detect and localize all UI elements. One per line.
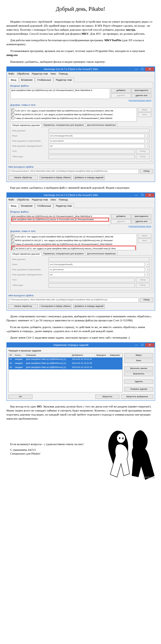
job-disable-button[interactable]: Выключить [124,372,153,376]
track-down-button[interactable]: вниз [138,112,151,117]
input-files-list[interactable]: [anti-raws]Mirai Nikki ep.01[BDRemux].mk… [10,88,110,99]
maximize-icon[interactable]: ☐ [139,343,145,347]
track-forced-select[interactable]: нет [49,273,145,277]
track-name-input[interactable] [49,129,149,133]
input-file-item-highlighted[interactable]: [anti-raws]Mirai Nikki ep.01[BDRemux].ma… [11,218,109,221]
tags-browse-button[interactable]: Обзор [136,278,149,282]
col-desc[interactable]: Описание [25,353,71,357]
tab-chapter-editor[interactable]: Редактор глав [53,78,74,82]
track-checkbox[interactable] [11,116,14,119]
maximize-icon[interactable]: ☐ [139,193,145,197]
col-added[interactable]: Добавлено [71,353,95,357]
job-start-selected-button[interactable]: Запустить выбранное [121,395,153,399]
track-default-select[interactable]: по умолчанию [49,268,145,272]
output-file-input[interactable]: E:\Фильмы\Аниме\Z_Mirai Nikki\Mirai Nikk… [8,298,139,302]
track-checkbox[interactable] [11,238,14,241]
job-delete-button[interactable]: Удалить [124,379,153,384]
track-item[interactable]: MPEG-4p10/AVC/h.264 (ID 1, тип: видео) и… [11,238,136,242]
track-item[interactable]: MPEG-4p10/AVC/h.264 (ID 1, тип: видео) и… [11,112,136,116]
menu-file[interactable]: Файл [8,198,14,201]
track-checkbox[interactable] [11,112,14,115]
additional-parts-link[interactable]: дополнительные части [111,99,151,102]
menu-process[interactable]: Обработка [17,72,29,75]
menu-chapters[interactable]: Редактор глав [32,72,48,75]
close-icon[interactable]: ✕ [145,343,154,347]
jobs-table[interactable]: ID Состо... Описание Добавлено Запущено … [8,353,123,392]
tab-attachments[interactable]: Вложения [19,78,35,82]
subtab-format[interactable]: Параметры, специфичные для формата [41,123,85,127]
minimize-icon[interactable]: — [133,343,139,347]
tab-input[interactable]: Ввод [8,78,19,82]
track-timecodes-input[interactable] [49,283,135,288]
track-timecodes-input[interactable] [49,155,135,159]
minimize-icon[interactable]: — [133,67,139,71]
add-file-button[interactable]: добавить [111,214,131,219]
add-to-queue-button[interactable]: Добавить в очередь заданий [73,304,105,309]
track-item-highlighted[interactable]: AC3/EAC3 (ID 0, тип: аудио) из [anti-raw… [11,246,136,250]
menu-window[interactable]: Окно [50,198,56,201]
menu-help[interactable]: Помощь [59,72,68,75]
track-checkbox[interactable] [11,109,14,112]
col-status[interactable]: Состо... [14,353,25,357]
append-file-button[interactable]: присоединить [131,88,151,93]
add-to-queue-button[interactable]: Добавить в очередь заданий [73,175,105,180]
subtab-extra[interactable]: Дополнительные параметры [85,123,118,127]
track-lang-select[interactable]: und (Неопределённый) [49,134,145,138]
track-tags-input[interactable] [49,278,135,282]
tags-browse-button[interactable]: Обзор [136,149,149,154]
subtab-extra[interactable]: Дополнительные параметры [85,252,118,256]
track-tags-input[interactable] [49,149,135,154]
add-file-button[interactable]: добавить [111,88,131,93]
remove-file-button[interactable]: удалить [111,93,131,98]
tab-global[interactable]: Глобальные [35,78,53,82]
copy-clipboard-button[interactable]: Скопировать в буфер обмена [39,175,72,180]
job-reenable-button[interactable]: Включить заново [124,366,153,371]
track-checkbox[interactable] [11,242,14,245]
job-row[interactable]: 81ожидает[anti-raws]Mirai Nikki ep.01[BD… [9,357,122,361]
menu-help[interactable]: Помощь [59,198,68,201]
chevron-down-icon[interactable]: ▾ [146,273,149,277]
tracks-list[interactable]: FLAC (ID 0, тип: аудио) из [anti-raws]Mi… [10,234,137,250]
job-down-button[interactable]: Вниз [124,358,153,363]
track-item[interactable]: Главы (8 записей) из [anti-raws]Mirai Ni… [11,242,136,246]
track-down-button[interactable]: вниз [138,238,151,243]
track-default-select[interactable]: по умолчанию [49,139,145,143]
output-browse-button[interactable]: Обзор [140,298,153,302]
tracks-list[interactable]: FLAC (ID 0, тип: аудио) из [anti-raws]Mi… [10,108,137,122]
menu-file[interactable]: Файл [8,72,14,75]
job-log-button[interactable]: Показать журнал [124,387,153,392]
col-finished[interactable]: Завершён [109,353,122,357]
track-forced-select[interactable]: нет [49,144,145,148]
close-icon[interactable]: ✕ [145,67,154,71]
minimize-icon[interactable]: — [133,193,139,197]
maximize-icon[interactable]: ☐ [139,67,145,71]
track-lang-select[interactable]: und (Неопределённый) [49,262,145,267]
chevron-down-icon[interactable]: ▾ [146,262,149,267]
subtab-general[interactable]: Общие параметры дорожки [10,252,42,256]
remove-all-button[interactable]: удалить все [131,219,151,224]
tab-global[interactable]: Глобальные [35,203,53,208]
start-muxing-button[interactable]: Начать обработку [8,304,38,309]
input-files-list[interactable]: [anti-raws]Mirai Nikki ep.01[BDRemux].mk… [10,214,110,225]
job-ok-button[interactable]: OK [8,395,32,399]
append-file-button[interactable]: присоединить [131,214,151,219]
tab-input[interactable]: Ввод [8,203,19,208]
track-checkbox[interactable] [12,247,15,249]
output-file-input[interactable]: E:\Фильмы\Аниме\Z_Mirai Nikki\Mirai Nikk… [8,169,139,174]
input-file-item[interactable]: [anti-raws]Mirai Nikki ep.01[BDRemux].mk… [11,89,109,92]
chevron-down-icon[interactable]: ▾ [146,139,149,143]
track-item[interactable]: FLAC (ID 0, тип: аудио) из [anti-raws]Mi… [11,234,136,238]
remove-file-button[interactable]: удалить [111,219,131,224]
timecodes-browse-button[interactable]: Обзор [136,154,149,159]
menu-process[interactable]: Обработка [17,198,29,201]
menu-window[interactable]: Окно [50,72,56,75]
track-checkbox[interactable] [11,235,14,238]
copy-clipboard-button[interactable]: Скопировать в буфер обмена [39,304,72,309]
chevron-down-icon[interactable]: ▾ [146,134,149,138]
subtab-format[interactable]: Параметры, специфичные для формата [41,252,85,256]
col-id[interactable]: ID [9,353,14,357]
track-item[interactable]: FLAC (ID 0, тип: аудио) из [anti-raws]Mi… [11,108,136,112]
tab-chapter-editor[interactable]: Редактор глав [53,203,74,208]
output-browse-button[interactable]: Обзор [140,169,153,174]
menu-chapters[interactable]: Редактор глав [32,198,48,201]
